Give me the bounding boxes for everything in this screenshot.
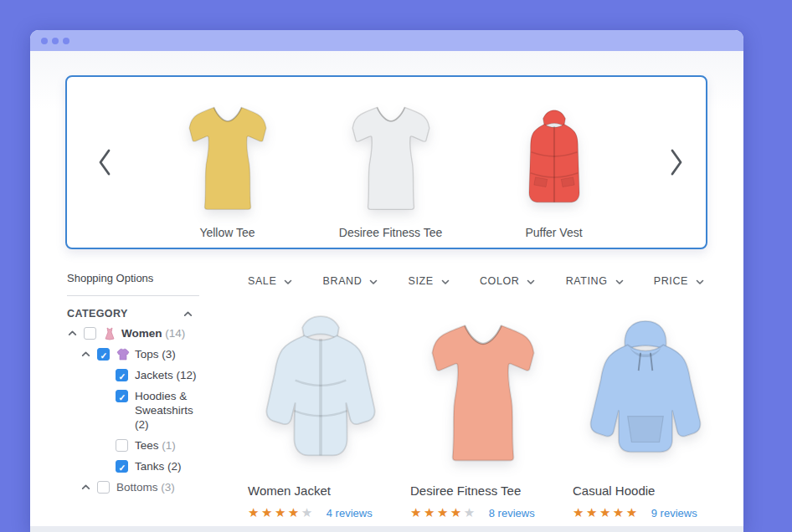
checkbox-tees[interactable] bbox=[116, 439, 128, 452]
category-count: (12) bbox=[177, 369, 197, 381]
filter-label: PRICE bbox=[654, 275, 688, 287]
category-count: (3) bbox=[162, 348, 176, 361]
category-label[interactable]: Tanks bbox=[135, 460, 164, 473]
chevron-down-icon bbox=[283, 277, 293, 287]
checkbox-tops[interactable] bbox=[97, 348, 110, 361]
category-row-hoodies-sweatshirts[interactable]: Hoodies & Sweatshirts (2) bbox=[67, 389, 199, 432]
chevron-down-icon bbox=[526, 277, 536, 287]
tee-shirt-graphic bbox=[182, 100, 274, 215]
window-titlebar bbox=[30, 30, 743, 51]
reviews-link[interactable]: 4 reviews bbox=[327, 507, 373, 519]
chevron-up-icon[interactable] bbox=[183, 309, 193, 320]
carousel-item-desiree-fitness-tee[interactable]: Desiree Fitness Tee bbox=[309, 91, 472, 239]
hoodie-graphic bbox=[576, 317, 715, 466]
category-count: (2) bbox=[167, 460, 182, 473]
category-label[interactable]: Tees bbox=[135, 439, 159, 452]
chevron-down-icon bbox=[440, 277, 450, 287]
product-rating-row: ★★★★★ 9 reviews bbox=[573, 505, 718, 520]
checkbox-bottoms[interactable] bbox=[97, 481, 110, 494]
filter-label: SIZE bbox=[409, 275, 434, 287]
category-label[interactable]: Bottoms bbox=[116, 481, 158, 494]
checkbox-tanks[interactable] bbox=[116, 460, 128, 473]
carousel-prev-button[interactable] bbox=[67, 77, 142, 248]
category-count: (2) bbox=[135, 418, 149, 431]
filter-brand[interactable]: BRAND bbox=[323, 275, 379, 287]
chevron-up-icon[interactable] bbox=[80, 349, 91, 360]
yellow-tee-image bbox=[182, 91, 274, 215]
tee-shirt-graphic bbox=[345, 100, 437, 215]
filter-rating[interactable]: RATING bbox=[566, 275, 625, 287]
filter-label: COLOR bbox=[480, 275, 519, 287]
product-title[interactable]: Casual Hoodie bbox=[573, 483, 718, 498]
filter-sale[interactable]: SALE bbox=[248, 275, 293, 287]
category-count: (14) bbox=[165, 327, 185, 340]
chevron-down-icon bbox=[615, 277, 625, 287]
chevron-up-icon[interactable] bbox=[80, 482, 91, 493]
puffer-jacket-graphic bbox=[249, 315, 392, 468]
product-title[interactable]: Desiree Fitness Tee bbox=[410, 483, 556, 498]
reviews-link[interactable]: 9 reviews bbox=[651, 507, 697, 519]
category-tree: Women (14) Tops (3) Jackets (12) bbox=[67, 326, 199, 494]
star-rating: ★★★★★ bbox=[410, 505, 477, 520]
category-label[interactable]: Hoodies & Sweatshirts bbox=[135, 390, 193, 417]
product-title[interactable]: Women Jacket bbox=[248, 483, 393, 498]
product-rating-row: ★★★★★ 4 reviews bbox=[248, 505, 393, 520]
white-tee-image bbox=[345, 91, 437, 215]
filter-label: BRAND bbox=[323, 275, 363, 287]
filter-size[interactable]: SIZE bbox=[409, 275, 450, 287]
checkbox-women[interactable] bbox=[84, 327, 96, 340]
chevron-up-icon[interactable] bbox=[67, 328, 78, 339]
category-row-bottoms[interactable]: Bottoms (3) bbox=[67, 480, 199, 494]
category-label[interactable]: Tops bbox=[135, 348, 159, 361]
window-dot-3[interactable] bbox=[63, 38, 69, 44]
chevron-right-icon bbox=[668, 148, 685, 176]
category-section-header[interactable]: CATEGORY bbox=[67, 307, 199, 320]
category-row-jackets[interactable]: Jackets (12) bbox=[67, 368, 199, 382]
browser-window: Yellow Tee Desiree Fitness Tee bbox=[30, 30, 743, 532]
category-row-women[interactable]: Women (14) bbox=[67, 326, 199, 340]
carousel-item-label: Puffer Vest bbox=[525, 226, 582, 239]
category-count: (1) bbox=[162, 439, 176, 452]
category-row-tees[interactable]: Tees (1) bbox=[67, 438, 199, 453]
star-rating: ★★★★★ bbox=[573, 505, 640, 520]
carousel-track: Yellow Tee Desiree Fitness Tee bbox=[142, 77, 639, 248]
category-row-tanks[interactable]: Tanks (2) bbox=[67, 459, 199, 473]
filter-label: RATING bbox=[566, 275, 608, 287]
puffer-vest-graphic bbox=[512, 105, 596, 215]
star-rating: ★★★★★ bbox=[248, 505, 315, 520]
casual-hoodie-image[interactable] bbox=[573, 309, 718, 474]
product-rating-row: ★★★★★ 8 reviews bbox=[410, 505, 556, 520]
chevron-down-icon bbox=[695, 277, 705, 287]
window-dot-2[interactable] bbox=[52, 38, 59, 44]
checkbox-jackets[interactable] bbox=[116, 369, 128, 381]
filter-color[interactable]: COLOR bbox=[480, 275, 536, 287]
carousel-next-button[interactable] bbox=[639, 77, 714, 248]
filter-price[interactable]: PRICE bbox=[654, 275, 705, 287]
women-jacket-image[interactable] bbox=[248, 309, 393, 474]
carousel-item-puffer-vest[interactable]: Puffer Vest bbox=[472, 91, 635, 239]
tee-shirt-graphic bbox=[422, 315, 544, 468]
chevron-left-icon bbox=[96, 148, 113, 176]
product-card-women-jacket: Women Jacket ★★★★★ 4 reviews bbox=[248, 309, 393, 520]
filter-label: SALE bbox=[248, 275, 276, 287]
checkbox-hoodies-sweatshirts[interactable] bbox=[116, 390, 128, 402]
desiree-fitness-tee-image[interactable] bbox=[410, 309, 556, 474]
category-count: (3) bbox=[161, 481, 175, 494]
category-label[interactable]: Jackets bbox=[135, 369, 173, 381]
featured-carousel: Yellow Tee Desiree Fitness Tee bbox=[65, 75, 707, 249]
filter-bar: SALE BRAND SIZE COLOR RATING PRICE bbox=[248, 275, 705, 287]
page-content: Yellow Tee Desiree Fitness Tee bbox=[30, 51, 743, 532]
sidebar-title: Shopping Options bbox=[67, 272, 199, 296]
shopping-options-sidebar: Shopping Options CATEGORY Women (14) bbox=[67, 272, 199, 494]
carousel-item-yellow-tee[interactable]: Yellow Tee bbox=[146, 91, 309, 239]
carousel-item-label: Desiree Fitness Tee bbox=[339, 226, 442, 239]
top-icon bbox=[116, 348, 130, 361]
category-label[interactable]: Women bbox=[121, 327, 162, 340]
dress-icon bbox=[103, 327, 116, 340]
window-dot-1[interactable] bbox=[41, 38, 48, 44]
category-row-tops[interactable]: Tops (3) bbox=[67, 347, 199, 361]
puffer-vest-image bbox=[512, 91, 596, 215]
reviews-link[interactable]: 8 reviews bbox=[489, 507, 535, 519]
product-grid: Women Jacket ★★★★★ 4 reviews Desiree Fit… bbox=[248, 309, 718, 520]
chevron-down-icon bbox=[368, 277, 378, 287]
